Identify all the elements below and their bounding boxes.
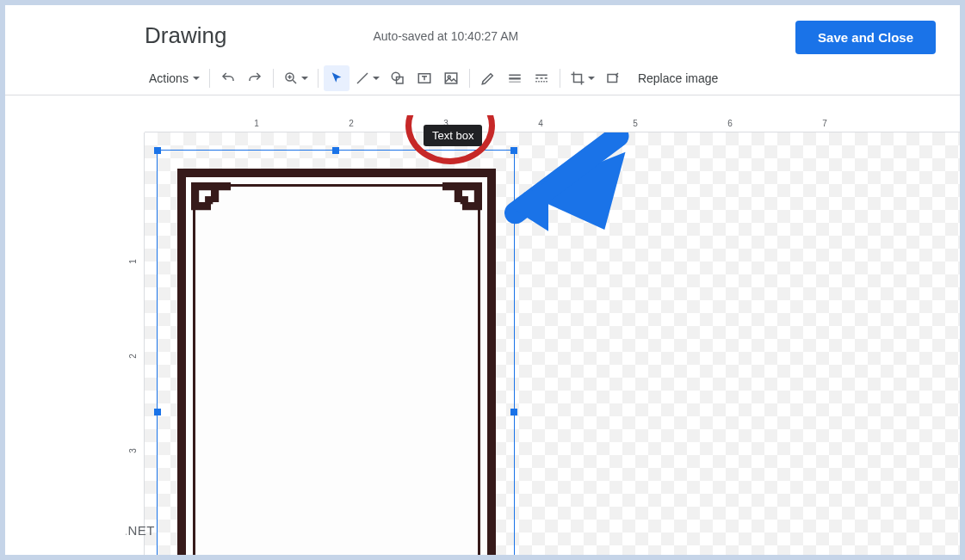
textbox-tool[interactable]	[411, 65, 437, 91]
reset-image-icon	[605, 71, 621, 86]
caret-down-icon	[588, 77, 595, 80]
zoom-button[interactable]	[279, 65, 312, 91]
annotation-arrow	[504, 132, 642, 244]
resize-handle-nw[interactable]	[154, 147, 161, 154]
redo-button[interactable]	[242, 65, 268, 91]
separator	[318, 69, 319, 88]
separator	[273, 69, 274, 88]
zoom-icon	[283, 71, 299, 86]
crop-icon	[570, 71, 585, 86]
watermark-logo: T TEMPLATE.NET	[126, 520, 155, 539]
line-weight-icon	[507, 71, 523, 86]
shape-tool[interactable]	[385, 65, 411, 91]
border-weight-button[interactable]	[502, 65, 528, 91]
resize-handle-w[interactable]	[154, 409, 161, 415]
caret-down-icon	[373, 77, 380, 80]
svg-line-4	[357, 73, 368, 83]
border-dash-button[interactable]	[529, 65, 554, 91]
redo-icon	[247, 71, 263, 86]
selection-box[interactable]	[157, 150, 515, 555]
separator	[469, 69, 470, 88]
shape-icon	[390, 71, 405, 86]
pen-icon	[480, 71, 496, 86]
undo-icon	[220, 71, 236, 86]
reset-image-button[interactable]	[600, 65, 626, 91]
autosave-status: Auto-saved at 10:40:27 AM	[373, 29, 518, 43]
svg-rect-13	[509, 77, 521, 79]
dialog-header: Drawing Auto-saved at 10:40:27 AM Save a…	[5, 5, 960, 61]
caret-down-icon	[301, 77, 308, 80]
actions-menu[interactable]: Actions	[145, 65, 204, 91]
resize-handle-n[interactable]	[332, 147, 339, 154]
image-tool[interactable]	[438, 65, 464, 91]
border-color-button[interactable]	[475, 65, 501, 91]
caret-down-icon	[193, 77, 200, 80]
canvas-area: Text box 1 2 3 4 5 6 7 1 2 3	[126, 115, 960, 555]
resize-handle-e[interactable]	[510, 409, 517, 415]
line-dash-icon	[534, 71, 549, 86]
separator	[209, 69, 210, 88]
svg-rect-12	[509, 74, 521, 76]
crop-button[interactable]	[566, 65, 599, 91]
image-icon	[443, 71, 459, 86]
replace-image-button[interactable]: Replace image	[627, 65, 729, 91]
line-icon	[355, 71, 370, 86]
svg-rect-18	[608, 74, 617, 82]
drawing-dialog: Drawing Auto-saved at 10:40:27 AM Save a…	[5, 5, 960, 555]
svg-line-1	[293, 80, 296, 83]
line-tool[interactable]	[350, 65, 384, 91]
textbox-icon	[417, 71, 432, 86]
cursor-icon	[330, 71, 343, 85]
svg-rect-14	[509, 81, 521, 82]
svg-rect-10	[445, 73, 457, 83]
toolbar: Actions	[5, 61, 960, 95]
horizontal-ruler: 1 2 3 4 5 6 7	[145, 115, 960, 132]
watermark-suffix: .NET	[126, 523, 155, 538]
textbox-tooltip: Text box	[424, 125, 482, 146]
dialog-title: Drawing	[145, 22, 226, 49]
undo-button[interactable]	[215, 65, 241, 91]
separator	[560, 69, 560, 88]
vertical-ruler: 1 2 3	[126, 132, 145, 555]
save-and-close-button[interactable]: Save and Close	[795, 21, 936, 54]
select-tool[interactable]	[324, 65, 350, 91]
